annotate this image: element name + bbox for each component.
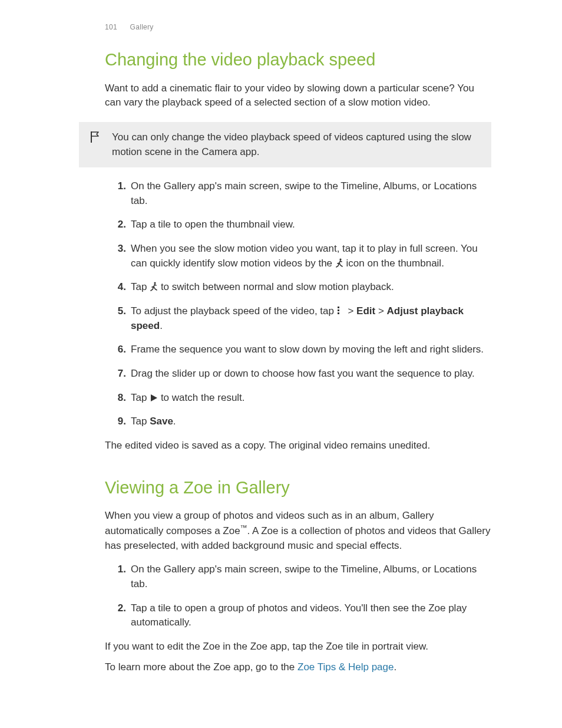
svg-point-1 (154, 282, 156, 284)
step-item: Tap to watch the result. (105, 391, 491, 406)
step-item: When you see the slow motion video you w… (105, 242, 491, 271)
step-item: Tap to switch between normal and slow mo… (105, 280, 491, 295)
step-item: Frame the sequence you want to slow down… (105, 342, 491, 357)
play-icon (150, 394, 158, 402)
trademark-symbol: ™ (240, 523, 247, 532)
svg-rect-2 (338, 307, 339, 308)
intro-paragraph-2: When you view a group of photos and vide… (105, 509, 491, 554)
svg-point-0 (339, 258, 341, 260)
overflow-menu-icon (337, 306, 345, 315)
header-section-name: Gallery (130, 23, 154, 31)
step-item: On the Gallery app's main screen, swipe … (105, 179, 491, 208)
save-label: Save (150, 416, 173, 427)
step-item: Tap a tile to open a group of photos and… (105, 601, 491, 630)
step-item: On the Gallery app's main screen, swipe … (105, 562, 491, 591)
page-header: 101 Gallery (105, 22, 491, 32)
steps-list-1: On the Gallery app's main screen, swipe … (105, 179, 491, 429)
step-item: Tap Save. (105, 414, 491, 429)
outro-paragraph-1: The edited video is saved as a copy. The… (105, 439, 491, 453)
flag-icon (90, 130, 101, 148)
running-man-icon (335, 258, 343, 268)
step-item: To adjust the playback speed of the vide… (105, 304, 491, 333)
step-item: Tap a tile to open the thumbnail view. (105, 218, 491, 232)
document-page: 101 Gallery Changing the video playback … (0, 0, 562, 704)
outro-paragraph-3: To learn more about the Zoe app, go to t… (105, 660, 491, 675)
page-number: 101 (105, 23, 117, 31)
outro-paragraph-2: If you want to edit the Zoe in the Zoe a… (105, 640, 491, 654)
svg-rect-3 (338, 309, 339, 311)
step-item: Drag the slider up or down to choose how… (105, 367, 491, 381)
heading-changing-playback-speed: Changing the video playback speed (105, 49, 491, 70)
note-box: You can only change the video playback s… (79, 122, 491, 167)
note-text: You can only change the video playback s… (112, 131, 471, 157)
heading-viewing-zoe: Viewing a Zoe in Gallery (105, 477, 491, 498)
intro-paragraph-1: Want to add a cinematic flair to your vi… (105, 81, 491, 110)
svg-rect-4 (338, 312, 339, 314)
steps-list-2: On the Gallery app's main screen, swipe … (105, 562, 491, 630)
zoe-tips-help-link[interactable]: Zoe Tips & Help page (297, 661, 394, 673)
running-man-icon (150, 282, 158, 291)
menu-edit-label: Edit (356, 305, 375, 317)
